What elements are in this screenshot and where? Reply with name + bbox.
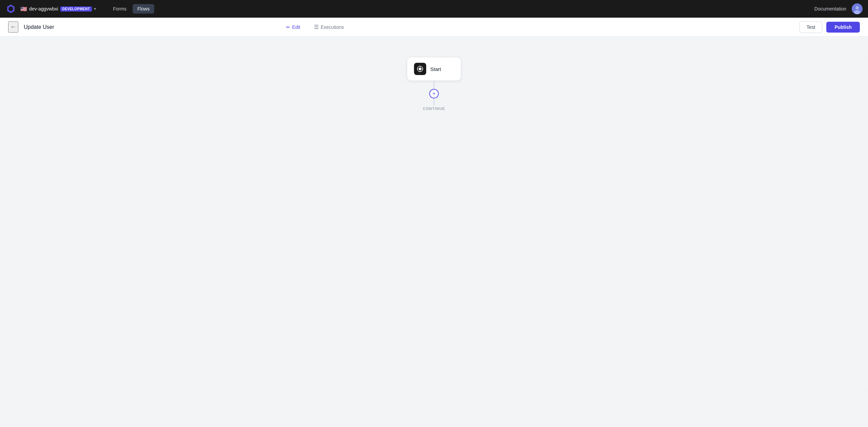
- nav-link-forms[interactable]: Forms: [108, 4, 131, 14]
- executions-tab[interactable]: ☰ Executions: [311, 22, 347, 32]
- sub-header-right: Test Publish: [800, 21, 860, 33]
- svg-point-4: [419, 68, 421, 70]
- org-section: 🇺🇸 dev-aggvwbxi DEVELOPMENT ▾: [20, 6, 96, 12]
- flow-connector: + CONTINUE: [423, 81, 445, 111]
- flow-container: Start + CONTINUE: [407, 57, 461, 111]
- publish-button[interactable]: Publish: [826, 22, 860, 33]
- start-node[interactable]: Start: [407, 57, 461, 81]
- edit-label: Edit: [292, 24, 300, 30]
- edit-icon: ✏: [286, 24, 290, 30]
- executions-icon: ☰: [314, 24, 319, 30]
- nav-link-flows[interactable]: Flows: [133, 4, 155, 14]
- connector-line-top: [434, 81, 434, 89]
- continue-label: CONTINUE: [423, 107, 445, 111]
- flow-canvas: Start + CONTINUE: [0, 37, 868, 427]
- test-button[interactable]: Test: [800, 21, 823, 33]
- start-node-icon: [414, 63, 426, 75]
- sub-header: ← Update User ✏ Edit ☰ Executions Test P…: [0, 18, 868, 37]
- nav-right: Documentation: [814, 3, 863, 14]
- chevron-down-icon[interactable]: ▾: [94, 6, 96, 11]
- nav-links: Forms Flows: [108, 4, 154, 14]
- executions-label: Executions: [321, 24, 344, 30]
- org-name: dev-aggvwbxi: [29, 6, 58, 12]
- back-button[interactable]: ←: [8, 21, 18, 33]
- svg-point-2: [854, 10, 860, 14]
- sub-header-center: ✏ Edit ☰ Executions: [283, 22, 347, 32]
- svg-point-1: [855, 6, 859, 10]
- documentation-link[interactable]: Documentation: [814, 6, 846, 12]
- edit-tab[interactable]: ✏ Edit: [283, 23, 303, 31]
- add-node-button[interactable]: +: [429, 89, 439, 98]
- logo-wrap: [5, 3, 16, 14]
- page-title: Update User: [24, 24, 54, 30]
- env-badge: DEVELOPMENT: [60, 6, 92, 12]
- connector-line-bottom: [434, 98, 434, 105]
- flag-icon: 🇺🇸: [20, 6, 27, 12]
- logo-icon: [5, 3, 16, 14]
- avatar[interactable]: [852, 3, 863, 14]
- start-node-label: Start: [430, 66, 441, 72]
- top-nav: 🇺🇸 dev-aggvwbxi DEVELOPMENT ▾ Forms Flow…: [0, 0, 868, 18]
